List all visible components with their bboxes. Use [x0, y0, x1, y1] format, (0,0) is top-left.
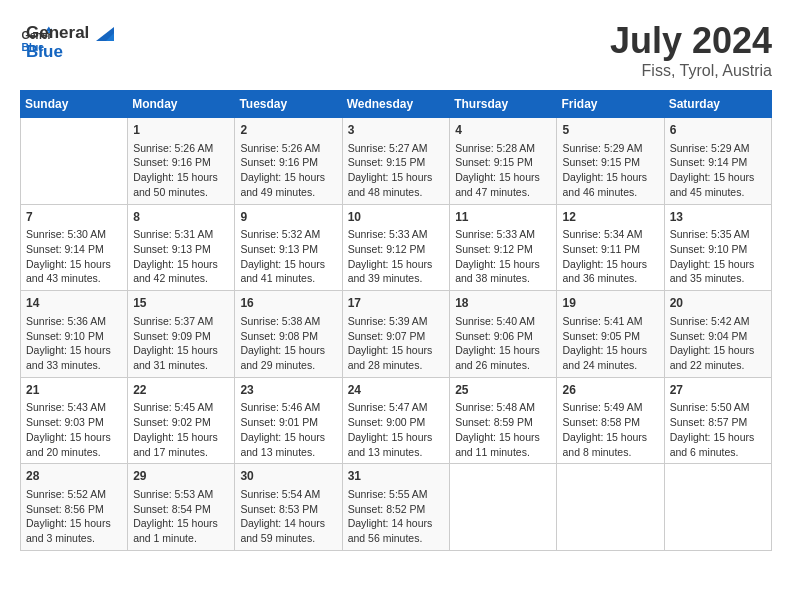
calendar-cell: 20Sunrise: 5:42 AM Sunset: 9:04 PM Dayli…: [664, 291, 771, 378]
calendar-week-1: 1Sunrise: 5:26 AM Sunset: 9:16 PM Daylig…: [21, 118, 772, 205]
day-number: 13: [670, 209, 766, 226]
calendar-cell: 23Sunrise: 5:46 AM Sunset: 9:01 PM Dayli…: [235, 377, 342, 464]
calendar-cell: [450, 464, 557, 551]
day-info: Sunrise: 5:28 AM Sunset: 9:15 PM Dayligh…: [455, 141, 551, 200]
day-number: 25: [455, 382, 551, 399]
calendar-cell: 15Sunrise: 5:37 AM Sunset: 9:09 PM Dayli…: [128, 291, 235, 378]
calendar-cell: 22Sunrise: 5:45 AM Sunset: 9:02 PM Dayli…: [128, 377, 235, 464]
day-info: Sunrise: 5:45 AM Sunset: 9:02 PM Dayligh…: [133, 400, 229, 459]
day-info: Sunrise: 5:26 AM Sunset: 9:16 PM Dayligh…: [133, 141, 229, 200]
day-number: 14: [26, 295, 122, 312]
calendar-cell: 17Sunrise: 5:39 AM Sunset: 9:07 PM Dayli…: [342, 291, 450, 378]
day-number: 28: [26, 468, 122, 485]
calendar-cell: [557, 464, 664, 551]
day-info: Sunrise: 5:36 AM Sunset: 9:10 PM Dayligh…: [26, 314, 122, 373]
day-info: Sunrise: 5:29 AM Sunset: 9:15 PM Dayligh…: [562, 141, 658, 200]
calendar-cell: 1Sunrise: 5:26 AM Sunset: 9:16 PM Daylig…: [128, 118, 235, 205]
calendar-cell: 21Sunrise: 5:43 AM Sunset: 9:03 PM Dayli…: [21, 377, 128, 464]
day-number: 6: [670, 122, 766, 139]
day-number: 5: [562, 122, 658, 139]
day-info: Sunrise: 5:33 AM Sunset: 9:12 PM Dayligh…: [348, 227, 445, 286]
day-info: Sunrise: 5:37 AM Sunset: 9:09 PM Dayligh…: [133, 314, 229, 373]
day-number: 24: [348, 382, 445, 399]
day-number: 18: [455, 295, 551, 312]
day-number: 17: [348, 295, 445, 312]
day-info: Sunrise: 5:43 AM Sunset: 9:03 PM Dayligh…: [26, 400, 122, 459]
header-cell-tuesday: Tuesday: [235, 91, 342, 118]
day-info: Sunrise: 5:26 AM Sunset: 9:16 PM Dayligh…: [240, 141, 336, 200]
day-info: Sunrise: 5:30 AM Sunset: 9:14 PM Dayligh…: [26, 227, 122, 286]
header-cell-saturday: Saturday: [664, 91, 771, 118]
logo-text-general: General: [26, 24, 114, 43]
day-info: Sunrise: 5:46 AM Sunset: 9:01 PM Dayligh…: [240, 400, 336, 459]
day-info: Sunrise: 5:47 AM Sunset: 9:00 PM Dayligh…: [348, 400, 445, 459]
day-info: Sunrise: 5:38 AM Sunset: 9:08 PM Dayligh…: [240, 314, 336, 373]
calendar-cell: 13Sunrise: 5:35 AM Sunset: 9:10 PM Dayli…: [664, 204, 771, 291]
day-number: 21: [26, 382, 122, 399]
calendar-header: SundayMondayTuesdayWednesdayThursdayFrid…: [21, 91, 772, 118]
header-cell-monday: Monday: [128, 91, 235, 118]
calendar-cell: 8Sunrise: 5:31 AM Sunset: 9:13 PM Daylig…: [128, 204, 235, 291]
calendar-cell: 29Sunrise: 5:53 AM Sunset: 8:54 PM Dayli…: [128, 464, 235, 551]
calendar-cell: 11Sunrise: 5:33 AM Sunset: 9:12 PM Dayli…: [450, 204, 557, 291]
calendar-cell: 7Sunrise: 5:30 AM Sunset: 9:14 PM Daylig…: [21, 204, 128, 291]
day-number: 16: [240, 295, 336, 312]
calendar-cell: 31Sunrise: 5:55 AM Sunset: 8:52 PM Dayli…: [342, 464, 450, 551]
day-info: Sunrise: 5:52 AM Sunset: 8:56 PM Dayligh…: [26, 487, 122, 546]
day-number: 15: [133, 295, 229, 312]
header-cell-friday: Friday: [557, 91, 664, 118]
day-number: 23: [240, 382, 336, 399]
calendar-cell: 2Sunrise: 5:26 AM Sunset: 9:16 PM Daylig…: [235, 118, 342, 205]
day-info: Sunrise: 5:50 AM Sunset: 8:57 PM Dayligh…: [670, 400, 766, 459]
calendar-week-3: 14Sunrise: 5:36 AM Sunset: 9:10 PM Dayli…: [21, 291, 772, 378]
calendar-cell: 10Sunrise: 5:33 AM Sunset: 9:12 PM Dayli…: [342, 204, 450, 291]
day-info: Sunrise: 5:49 AM Sunset: 8:58 PM Dayligh…: [562, 400, 658, 459]
day-number: 20: [670, 295, 766, 312]
day-number: 2: [240, 122, 336, 139]
day-info: Sunrise: 5:27 AM Sunset: 9:15 PM Dayligh…: [348, 141, 445, 200]
calendar-cell: 14Sunrise: 5:36 AM Sunset: 9:10 PM Dayli…: [21, 291, 128, 378]
day-info: Sunrise: 5:35 AM Sunset: 9:10 PM Dayligh…: [670, 227, 766, 286]
calendar-cell: [21, 118, 128, 205]
calendar-cell: 19Sunrise: 5:41 AM Sunset: 9:05 PM Dayli…: [557, 291, 664, 378]
day-number: 8: [133, 209, 229, 226]
day-info: Sunrise: 5:32 AM Sunset: 9:13 PM Dayligh…: [240, 227, 336, 286]
day-info: Sunrise: 5:55 AM Sunset: 8:52 PM Dayligh…: [348, 487, 445, 546]
calendar-cell: 25Sunrise: 5:48 AM Sunset: 8:59 PM Dayli…: [450, 377, 557, 464]
logo-text-blue: Blue: [26, 43, 114, 62]
day-info: Sunrise: 5:31 AM Sunset: 9:13 PM Dayligh…: [133, 227, 229, 286]
calendar-cell: 30Sunrise: 5:54 AM Sunset: 8:53 PM Dayli…: [235, 464, 342, 551]
calendar-cell: 9Sunrise: 5:32 AM Sunset: 9:13 PM Daylig…: [235, 204, 342, 291]
day-info: Sunrise: 5:29 AM Sunset: 9:14 PM Dayligh…: [670, 141, 766, 200]
day-number: 11: [455, 209, 551, 226]
day-info: Sunrise: 5:34 AM Sunset: 9:11 PM Dayligh…: [562, 227, 658, 286]
calendar-cell: 6Sunrise: 5:29 AM Sunset: 9:14 PM Daylig…: [664, 118, 771, 205]
day-info: Sunrise: 5:48 AM Sunset: 8:59 PM Dayligh…: [455, 400, 551, 459]
calendar-week-4: 21Sunrise: 5:43 AM Sunset: 9:03 PM Dayli…: [21, 377, 772, 464]
day-info: Sunrise: 5:53 AM Sunset: 8:54 PM Dayligh…: [133, 487, 229, 546]
calendar-cell: 4Sunrise: 5:28 AM Sunset: 9:15 PM Daylig…: [450, 118, 557, 205]
calendar-cell: 18Sunrise: 5:40 AM Sunset: 9:06 PM Dayli…: [450, 291, 557, 378]
header-cell-sunday: Sunday: [21, 91, 128, 118]
day-number: 22: [133, 382, 229, 399]
calendar-cell: 16Sunrise: 5:38 AM Sunset: 9:08 PM Dayli…: [235, 291, 342, 378]
calendar-cell: 26Sunrise: 5:49 AM Sunset: 8:58 PM Dayli…: [557, 377, 664, 464]
day-info: Sunrise: 5:41 AM Sunset: 9:05 PM Dayligh…: [562, 314, 658, 373]
title-block: July 2024 Fiss, Tyrol, Austria: [610, 20, 772, 80]
day-number: 1: [133, 122, 229, 139]
header-cell-wednesday: Wednesday: [342, 91, 450, 118]
page-subtitle: Fiss, Tyrol, Austria: [610, 62, 772, 80]
day-info: Sunrise: 5:40 AM Sunset: 9:06 PM Dayligh…: [455, 314, 551, 373]
page-header: General Blue General Blue July 2024 Fiss…: [20, 20, 772, 80]
calendar-cell: 28Sunrise: 5:52 AM Sunset: 8:56 PM Dayli…: [21, 464, 128, 551]
day-number: 26: [562, 382, 658, 399]
day-number: 27: [670, 382, 766, 399]
day-info: Sunrise: 5:54 AM Sunset: 8:53 PM Dayligh…: [240, 487, 336, 546]
day-number: 30: [240, 468, 336, 485]
calendar-cell: 27Sunrise: 5:50 AM Sunset: 8:57 PM Dayli…: [664, 377, 771, 464]
day-info: Sunrise: 5:33 AM Sunset: 9:12 PM Dayligh…: [455, 227, 551, 286]
header-cell-thursday: Thursday: [450, 91, 557, 118]
calendar-cell: 5Sunrise: 5:29 AM Sunset: 9:15 PM Daylig…: [557, 118, 664, 205]
calendar-week-2: 7Sunrise: 5:30 AM Sunset: 9:14 PM Daylig…: [21, 204, 772, 291]
calendar-week-5: 28Sunrise: 5:52 AM Sunset: 8:56 PM Dayli…: [21, 464, 772, 551]
